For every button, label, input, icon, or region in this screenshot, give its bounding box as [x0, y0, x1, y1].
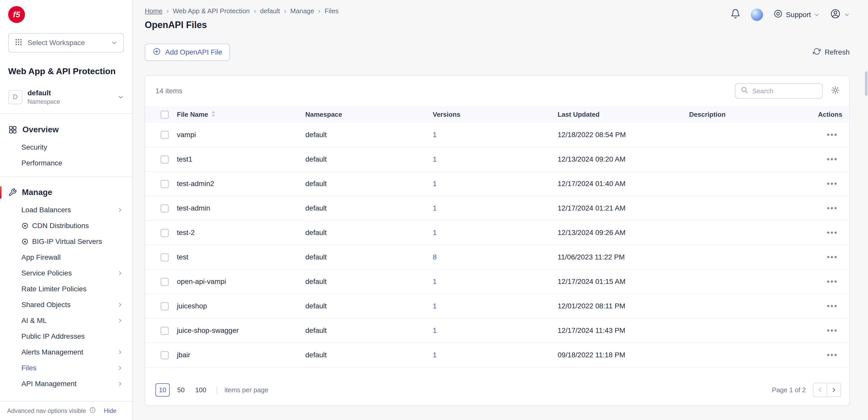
sidebar-item-overview[interactable]: Overview [0, 120, 132, 140]
sidebar-item-manage[interactable]: Manage [0, 183, 132, 202]
sidebar-item-service-policies[interactable]: Service Policies [0, 265, 132, 281]
versions-link[interactable]: 8 [433, 253, 437, 261]
breadcrumb-separator: › [254, 7, 256, 15]
previous-page-button[interactable] [813, 383, 827, 397]
breadcrumb-home[interactable]: Home [145, 7, 162, 15]
sidebar-item-label: Files [22, 364, 36, 372]
column-header-file-name[interactable]: File Name [177, 106, 305, 123]
table-row-test-admin: test-admindefault112/17/2024 01:21 AM••• [145, 196, 849, 220]
row-actions-menu[interactable]: ••• [827, 253, 838, 261]
breadcrumb-web-app-api-protection[interactable]: Web App & API Protection [173, 7, 250, 15]
add-openapi-file-button[interactable]: Add OpenAPI File [145, 43, 230, 61]
chevron-right-icon [117, 302, 123, 308]
sidebar-item-performance[interactable]: Performance [0, 155, 132, 171]
cell-file-name: test-admin2 [177, 172, 305, 196]
account-menu[interactable] [830, 8, 850, 21]
notifications-bell-button[interactable] [731, 9, 741, 21]
table-row-test1: test1default112/13/2024 09:20 AM••• [145, 147, 849, 172]
row-actions-menu[interactable]: ••• [827, 302, 838, 310]
search-box [735, 83, 823, 99]
row-actions-menu[interactable]: ••• [827, 326, 838, 335]
search-input[interactable] [752, 87, 817, 95]
support-label: Support [786, 11, 811, 19]
page-size-100[interactable]: 100 [192, 383, 209, 396]
row-checkbox[interactable] [160, 131, 169, 139]
row-actions-menu[interactable]: ••• [827, 204, 838, 212]
row-checkbox[interactable] [160, 253, 169, 262]
workspace-title: Web App & API Protection [8, 66, 124, 77]
select-all-checkbox[interactable] [160, 111, 169, 119]
versions-link[interactable]: 1 [433, 180, 437, 187]
row-checkbox[interactable] [160, 302, 169, 310]
cell-file-name: open-api-vampi [177, 269, 305, 294]
cell-description [689, 172, 818, 196]
sidebar-item-cdn-distributions[interactable]: CDN Distributions [0, 218, 132, 234]
row-actions-menu[interactable]: ••• [827, 228, 838, 237]
sidebar-item-api-management[interactable]: API Management [0, 376, 132, 392]
sidebar: f5 Select Workspace Web App & API Protec… [0, 0, 132, 420]
sidebar-item-label: Performance [22, 159, 62, 167]
user-avatar[interactable] [751, 9, 763, 21]
row-checkbox[interactable] [160, 327, 169, 335]
sidebar-item-label: Overview [23, 125, 59, 134]
row-checkbox[interactable] [160, 180, 169, 188]
sidebar-item-app-firewall[interactable]: App Firewall [0, 249, 132, 265]
versions-link[interactable]: 1 [433, 302, 437, 310]
sidebar-item-label: Security [22, 143, 47, 151]
versions-link[interactable]: 1 [433, 351, 437, 359]
chevron-right-icon [117, 381, 123, 387]
column-header-last-updated: Last Updated [558, 106, 689, 123]
refresh-icon [813, 48, 820, 57]
row-checkbox[interactable] [160, 351, 169, 359]
support-menu[interactable]: Support [773, 9, 819, 20]
breadcrumb-manage[interactable]: Manage [290, 7, 314, 15]
versions-link[interactable]: 1 [433, 155, 437, 163]
table-row-juice-shop-swagger: juice-shop-swaggerdefault112/17/2024 11:… [145, 318, 849, 343]
versions-link[interactable]: 1 [433, 131, 437, 139]
row-checkbox[interactable] [160, 155, 169, 163]
sidebar-item-security[interactable]: Security [0, 140, 132, 155]
sidebar-item-public-ip-addresses[interactable]: Public IP Addresses [0, 329, 132, 344]
versions-link[interactable]: 1 [433, 204, 437, 212]
sidebar-item-files[interactable]: Files [0, 360, 132, 376]
table-settings-button[interactable] [831, 86, 840, 97]
breadcrumb-separator: › [166, 7, 169, 15]
versions-link[interactable]: 1 [433, 229, 437, 237]
row-actions-menu[interactable]: ••• [827, 277, 838, 286]
f5-logo[interactable]: f5 [8, 6, 25, 23]
column-header-actions: Actions [818, 106, 849, 123]
sidebar-item-load-balancers[interactable]: Load Balancers [0, 202, 132, 218]
chevron-down-icon [814, 12, 819, 18]
breadcrumb-default[interactable]: default [260, 7, 280, 15]
cell-namespace: default [305, 196, 433, 220]
row-actions-menu[interactable]: ••• [827, 130, 838, 139]
overview-icon [8, 125, 17, 134]
info-icon [89, 407, 96, 415]
page-size-50[interactable]: 50 [174, 383, 188, 396]
refresh-button[interactable]: Refresh [813, 48, 850, 57]
page-size-10[interactable]: 10 [155, 383, 170, 396]
sidebar-item-shared-objects[interactable]: Shared Objects [0, 297, 132, 313]
sidebar-item-alerts-management[interactable]: Alerts Management [0, 344, 132, 360]
scrollbar-thumb[interactable] [865, 71, 867, 96]
sidebar-item-ai-ml[interactable]: AI & ML [0, 313, 132, 329]
row-actions-menu[interactable]: ••• [827, 351, 838, 359]
versions-link[interactable]: 1 [433, 277, 437, 286]
chevron-down-icon [118, 94, 124, 100]
row-actions-menu[interactable]: ••• [827, 179, 838, 188]
next-page-button[interactable] [827, 383, 841, 397]
row-checkbox[interactable] [160, 278, 169, 286]
namespace-selector[interactable]: D default Namespace [0, 85, 132, 114]
row-checkbox[interactable] [160, 229, 169, 237]
hide-advanced-nav-link[interactable]: Hide [104, 407, 117, 414]
workspace-selector[interactable]: Select Workspace [8, 33, 124, 53]
row-actions-menu[interactable]: ••• [827, 155, 838, 163]
versions-link[interactable]: 1 [433, 327, 437, 334]
sidebar-item-rate-limiter-policies[interactable]: Rate Limiter Policies [0, 281, 132, 297]
chevron-right-icon [117, 318, 123, 323]
cell-file-name: test [177, 245, 305, 269]
sidebar-item-big-ip-virtual-servers[interactable]: BIG-IP Virtual Servers [0, 234, 132, 249]
row-checkbox[interactable] [160, 204, 169, 213]
user-account-icon [830, 8, 841, 21]
openapi-files-card: 14 items [145, 75, 850, 406]
